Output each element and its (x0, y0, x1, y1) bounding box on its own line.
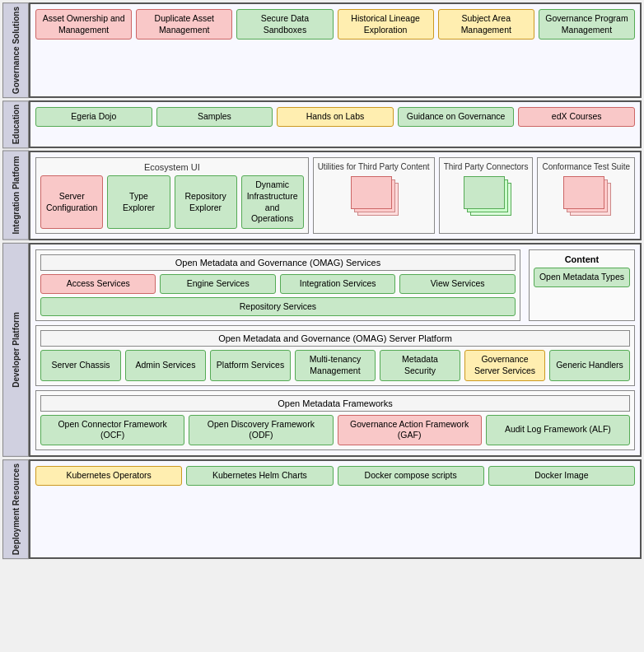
integration-services-box: Integration Services (280, 274, 395, 294)
omag-services-container: Open Metadata and Governance (OMAG) Serv… (35, 249, 520, 321)
governance-program-box: Governance Program Management (539, 9, 635, 40)
integration-label: Integration Platform (2, 151, 29, 240)
integration-row: Ecosystem UI Server Configuration Type E… (35, 157, 635, 234)
repository-services-box: Repository Services (40, 297, 516, 317)
kubernetes-operators-box: Kubernetes Operators (35, 466, 182, 486)
conformance-stacked (563, 176, 609, 217)
egeria-dojo-box: Egeria Dojo (35, 107, 152, 127)
helm-charts-box: Kubernetes Helm Charts (186, 466, 333, 486)
type-explorer-box: Type Explorer (107, 175, 170, 229)
conformance-section: Conformance Test Suite (537, 157, 635, 234)
content-container: Content Open Metadata Types (529, 249, 635, 321)
hands-on-labs-box: Hands on Labs (277, 107, 394, 127)
developer-label: Developer Platform (2, 243, 29, 457)
multi-tenancy-box: Multi-tenancy Management (295, 350, 376, 380)
developer-tier-wrapper: Developer Platform Open Metadata and Gov… (2, 243, 642, 457)
governance-label: Governance Solutions (2, 2, 29, 98)
omag-row: Open Metadata and Governance (OMAG) Serv… (35, 249, 635, 321)
conformance-label: Conformance Test Suite (542, 162, 630, 171)
historical-lineage-box: Historical Lineage Exploration (338, 9, 434, 40)
third-party-label: Third Party Connectors (444, 162, 529, 171)
omag-services-boxes: Access Services Engine Services Integrat… (40, 274, 516, 294)
integration-tier-wrapper: Integration Platform Ecosystem UI Server… (2, 151, 642, 240)
governance-boxes-row: Asset Ownership and Management Duplicate… (35, 9, 635, 40)
education-tier: Egeria Dojo Samples Hands on Labs Guidan… (29, 100, 642, 148)
asset-ownership-box: Asset Ownership and Management (35, 9, 132, 40)
utilities-section: Utilities for Third Party Content (313, 157, 435, 234)
secure-data-box: Secure Data Sandboxes (236, 9, 333, 40)
third-party-stacked (464, 176, 509, 217)
samples-box: Samples (156, 107, 273, 127)
ecosystem-ui-section: Ecosystem UI Server Configuration Type E… (35, 157, 309, 234)
framework-boxes: Open Connector Framework (OCF) Open Disc… (40, 415, 630, 445)
dynamic-infra-box: Dynamic Infrastructure and Operations (241, 175, 304, 229)
education-label: Education (2, 100, 29, 148)
gaf-box: Governance Action Framework (GAF) (338, 415, 482, 445)
edx-courses-box: edX Courses (518, 107, 635, 127)
main-container: Governance Solutions Asset Ownership and… (0, 0, 644, 652)
subject-area-box: Subject Area Management (438, 9, 534, 40)
governance-tier-wrapper: Governance Solutions Asset Ownership and… (2, 2, 642, 98)
engine-services-box: Engine Services (160, 274, 275, 294)
server-chassis-box: Server Chassis (40, 350, 121, 380)
platform-services-box: Platform Services (210, 350, 291, 380)
ocf-box: Open Connector Framework (OCF) (40, 415, 184, 445)
governance-server-box: Governance Server Services (464, 350, 545, 380)
ecosystem-boxes: Server Configuration Type Explorer Repos… (40, 175, 304, 229)
docker-compose-box: Docker compose scripts (338, 466, 484, 486)
content-area: Governance Solutions Asset Ownership and… (0, 0, 644, 652)
frameworks-container: Open Metadata Frameworks Open Connector … (35, 390, 635, 450)
open-metadata-types-box: Open Metadata Types (534, 268, 630, 287)
utilities-stacked (351, 176, 396, 217)
access-services-box: Access Services (40, 274, 156, 294)
guidance-governance-box: Guidance on Governance (398, 107, 515, 127)
duplicate-asset-box: Duplicate Asset Management (136, 9, 232, 40)
omag-platform-title: Open Metadata and Governance (OMAG) Serv… (40, 330, 630, 347)
admin-services-box: Admin Services (125, 350, 206, 380)
governance-tier: Asset Ownership and Management Duplicate… (29, 2, 642, 98)
content-title: Content (565, 254, 600, 264)
education-tier-wrapper: Education Egeria Dojo Samples Hands on L… (2, 100, 642, 148)
metadata-security-box: Metadata Security (380, 350, 460, 380)
docker-image-box: Docker Image (488, 466, 635, 486)
platform-boxes: Server Chassis Admin Services Platform S… (40, 350, 630, 380)
view-services-box: View Services (399, 274, 515, 294)
deployment-boxes-row: Kubernetes Operators Kubernetes Helm Cha… (35, 466, 635, 486)
deployment-tier-wrapper: Deployment Resources Kubernetes Operator… (2, 459, 642, 559)
repository-explorer-box: Repository Explorer (175, 175, 237, 229)
omag-platform-container: Open Metadata and Governance (OMAG) Serv… (35, 325, 635, 385)
third-party-section: Third Party Connectors (439, 157, 534, 234)
server-config-box: Server Configuration (40, 175, 103, 229)
deployment-label: Deployment Resources (2, 459, 29, 559)
alf-box: Audit Log Framework (ALF) (486, 415, 630, 445)
generic-handlers-box: Generic Handlers (549, 350, 630, 380)
developer-tier: Open Metadata and Governance (OMAG) Serv… (29, 243, 642, 457)
ecosystem-ui-title: Ecosystem UI (40, 162, 304, 172)
deployment-tier: Kubernetes Operators Kubernetes Helm Cha… (29, 459, 642, 559)
odf-box: Open Discovery Framework (ODF) (189, 415, 333, 445)
omag-services-title: Open Metadata and Governance (OMAG) Serv… (40, 254, 516, 271)
education-boxes-row: Egeria Dojo Samples Hands on Labs Guidan… (35, 107, 635, 127)
integration-tier: Ecosystem UI Server Configuration Type E… (29, 151, 642, 240)
frameworks-title: Open Metadata Frameworks (40, 395, 630, 412)
utilities-label: Utilities for Third Party Content (318, 162, 430, 171)
